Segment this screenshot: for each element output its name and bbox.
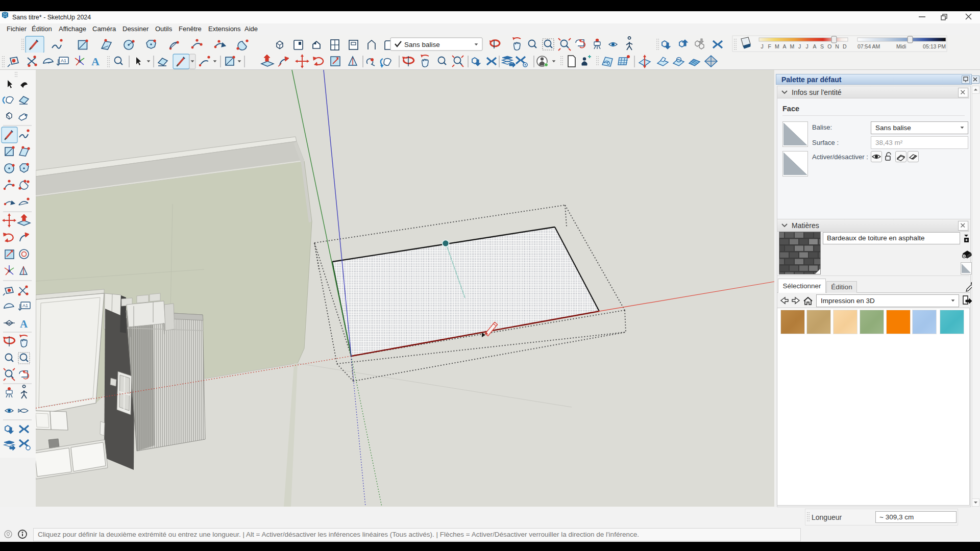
- svg-text:M: M: [775, 43, 779, 49]
- svg-text:A1: A1: [22, 303, 28, 308]
- svg-text:D: D: [843, 43, 847, 49]
- svg-text:J: J: [761, 43, 763, 49]
- svg-text:J: J: [806, 43, 808, 49]
- svg-text:F: F: [768, 43, 771, 49]
- svg-text:A: A: [91, 55, 100, 68]
- svg-text:O: O: [827, 43, 831, 49]
- svg-text:A1: A1: [61, 58, 66, 63]
- svg-text:AE: AE: [7, 322, 11, 325]
- svg-text:N: N: [835, 43, 839, 49]
- svg-text:07:54 AM: 07:54 AM: [857, 43, 880, 49]
- svg-text:Midi: Midi: [896, 43, 906, 49]
- svg-text:M: M: [790, 43, 794, 49]
- svg-text:S: S: [820, 43, 824, 49]
- svg-text:Sans balise: Sans balise: [404, 41, 440, 48]
- svg-text:A: A: [783, 43, 787, 49]
- svg-text:J: J: [798, 43, 801, 49]
- svg-text:05:13 PM: 05:13 PM: [923, 43, 946, 49]
- svg-text:A: A: [20, 318, 28, 330]
- svg-text:A: A: [813, 43, 816, 49]
